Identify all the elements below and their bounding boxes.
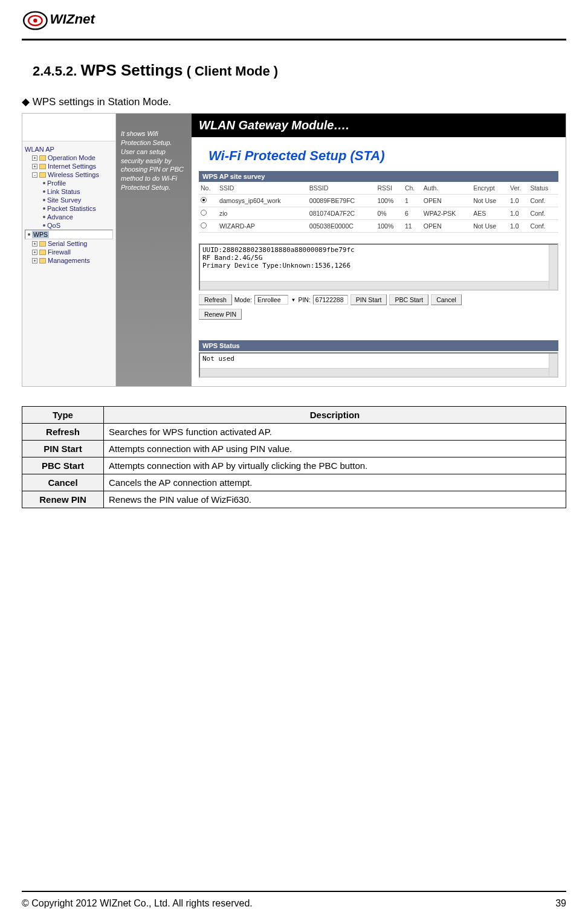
cell-enc: Not Use: [471, 220, 508, 233]
tree-item[interactable]: Link Status: [47, 188, 80, 195]
page-number: 39: [555, 898, 566, 909]
cell-bssid: 00089FBE79FC: [308, 195, 376, 207]
details-textarea[interactable]: UUID:28802880238018880a88000089fbe79fc R…: [199, 244, 558, 291]
gateway-banner: WLAN Gateway Module….: [192, 114, 566, 137]
cell-rssi: 0%: [375, 207, 402, 220]
bullet-icon: [43, 224, 45, 227]
bullet-icon: [28, 233, 30, 236]
cell-ssid: WIZARD-AP: [218, 220, 308, 233]
mode-select[interactable]: Enrollee: [254, 295, 289, 305]
tree-item[interactable]: QoS: [47, 222, 60, 229]
tree-item[interactable]: Serial Setting: [48, 240, 87, 247]
wps-title: Wi-Fi Protected Setup (STA): [192, 137, 566, 171]
col-auth: Auth.: [422, 182, 471, 195]
scrollbar-vert[interactable]: [549, 354, 557, 376]
cell-bssid: 081074DA7F2C: [308, 207, 376, 220]
cell-rssi: 100%: [375, 195, 402, 207]
folder-icon: [39, 250, 46, 255]
tree-item[interactable]: Packet Statistics: [47, 205, 96, 212]
survey-header: WPS AP site survey: [199, 171, 558, 182]
desc-type: Refresh: [22, 424, 104, 441]
tree-item[interactable]: Profile: [47, 179, 66, 187]
cell-ch: 6: [403, 207, 422, 220]
expand-icon[interactable]: +: [32, 155, 37, 161]
col-no: No.: [199, 182, 218, 195]
desc-text: Attempts connection with AP using PIN va…: [104, 441, 566, 457]
nav-tree-panel: WLAN AP +Operation Mode +Internet Settin…: [22, 114, 116, 386]
col-rssi: RSSI: [375, 182, 402, 195]
bullet-icon: [43, 216, 45, 218]
wiznet-logo-icon: WIZnet: [22, 6, 118, 35]
scrollbar-horz[interactable]: [200, 281, 549, 289]
section-title-big: WPS Settings: [81, 61, 183, 79]
cell-ver: 1.0: [508, 220, 528, 233]
tree-item[interactable]: Advance: [47, 213, 73, 221]
radio-button[interactable]: [201, 222, 207, 228]
mode-label: Mode:: [234, 296, 252, 303]
folder-icon: [39, 155, 46, 161]
tree-item[interactable]: Operation Mode: [48, 154, 95, 161]
folder-icon: [39, 241, 46, 247]
svg-text:WIZnet: WIZnet: [50, 11, 95, 27]
desc-type: Cancel: [22, 474, 104, 491]
expand-icon[interactable]: +: [32, 164, 37, 169]
table-row: damosys_ip604_work 00089FBE79FC 100% 1 O…: [199, 195, 558, 207]
expand-icon[interactable]: +: [32, 258, 37, 263]
copyright: © Copyright 2012 WIZnet Co., Ltd. All ri…: [22, 898, 253, 909]
radio-button[interactable]: [201, 210, 207, 216]
expand-icon[interactable]: +: [32, 241, 37, 247]
header-rule: [22, 39, 566, 40]
cancel-button[interactable]: Cancel: [431, 294, 462, 305]
scrollbar-vert[interactable]: [549, 245, 557, 289]
col-ver: Ver.: [508, 182, 528, 195]
bullet-icon: [43, 199, 45, 201]
pin-label: PIN:: [298, 296, 310, 303]
tree-item[interactable]: Firewall: [48, 248, 71, 256]
bullet-icon: [43, 207, 45, 210]
tree-item[interactable]: Wireless Settings: [48, 171, 99, 178]
table-row: zio 081074DA7F2C 0% 6 WPA2-PSK AES 1.0 C…: [199, 207, 558, 220]
scrollbar-horz[interactable]: [200, 368, 549, 376]
cell-ver: 1.0: [508, 195, 528, 207]
desc-type: PBC Start: [22, 457, 104, 474]
table-row: WIZARD-AP 005038E0000C 100% 11 OPEN Not …: [199, 220, 558, 233]
tree-item[interactable]: Managements: [48, 257, 90, 264]
expand-icon[interactable]: +: [32, 250, 37, 255]
chevron-down-icon[interactable]: ▼: [291, 297, 296, 303]
cell-rssi: 100%: [375, 220, 402, 233]
hint-panel: It shows Wifi Protection Setup. User can…: [116, 114, 192, 386]
desc-head-desc: Description: [104, 407, 566, 424]
bullet-icon: [43, 182, 45, 184]
footer-rule: [22, 891, 566, 892]
bullet-icon: [43, 190, 45, 193]
status-textarea[interactable]: Not used: [199, 352, 558, 378]
refresh-button[interactable]: Refresh: [199, 294, 232, 305]
folder-icon: [39, 164, 46, 169]
desc-head-type: Type: [22, 407, 104, 424]
status-text: Not used: [202, 355, 234, 363]
cell-st: Conf.: [528, 220, 558, 233]
renew-pin-button[interactable]: Renew PIN: [199, 309, 242, 320]
cell-enc: Not Use: [471, 195, 508, 207]
status-header: WPS Status: [199, 340, 558, 351]
section-title-tail: ( Client Mode ): [187, 63, 279, 79]
radio-button[interactable]: [201, 197, 207, 203]
col-enc: Encrypt: [471, 182, 508, 195]
cell-bssid: 005038E0000C: [308, 220, 376, 233]
tree-item-wps[interactable]: WPS: [32, 231, 49, 238]
collapse-icon[interactable]: -: [32, 172, 37, 178]
tree-item[interactable]: Internet Settings: [48, 163, 96, 170]
folder-icon: [39, 172, 46, 178]
pbc-start-button[interactable]: PBC Start: [389, 294, 428, 305]
section-number: 2.4.5.2.: [33, 63, 77, 79]
cell-auth: OPEN: [422, 195, 471, 207]
pin-start-button[interactable]: PIN Start: [351, 294, 387, 305]
pin-input[interactable]: 67122288: [313, 295, 348, 305]
desc-text: Attempts connection with AP by virtually…: [104, 457, 566, 474]
desc-text: Searches for WPS function activated AP.: [104, 424, 566, 441]
cell-ch: 11: [403, 220, 422, 233]
intro-bullet: ◆ WPS settings in Station Mode.: [22, 95, 566, 108]
tree-item[interactable]: Site Survey: [47, 196, 81, 204]
cell-ch: 1: [403, 195, 422, 207]
cell-ver: 1.0: [508, 207, 528, 220]
